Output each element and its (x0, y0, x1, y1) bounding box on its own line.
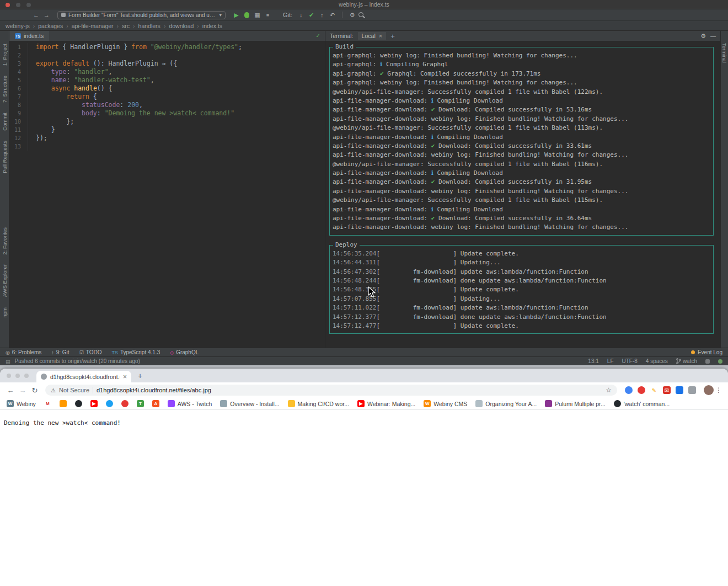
close-window-button[interactable] (6, 3, 10, 7)
tool-window-button[interactable]: ↑ 9: Git (51, 349, 69, 355)
bookmark-favicon: M (44, 400, 51, 407)
tool-window-button[interactable]: 1: Project (2, 44, 8, 66)
breadcrumb-item[interactable]: src (114, 23, 130, 29)
stop-button[interactable]: ■ (263, 10, 273, 20)
tool-window-button[interactable]: ◎ 6: Problems (6, 349, 41, 355)
bookmark-item[interactable]: AWS - Twitch (168, 400, 212, 407)
terminal-pane: Terminal: Local × + ⚙ — Build api-graphq… (325, 31, 720, 348)
run-configuration-select[interactable]: Form Builder "Form" Test.should publish,… (57, 11, 226, 19)
browser-window: d1hgd8csopkt4i.cloudfront.ne × + ← → ↻ ⚠… (0, 369, 728, 586)
bookmark-item[interactable]: T (137, 400, 144, 407)
browser-reload-icon[interactable]: ↻ (29, 386, 41, 395)
browser-forward-icon[interactable]: → (17, 386, 29, 395)
extension-icon[interactable]: ✎ (650, 386, 658, 394)
browser-back-icon[interactable]: ← (4, 386, 17, 395)
bookmark-item[interactable]: Overview - Install... (220, 400, 279, 407)
navigate-back-icon[interactable]: ← (31, 10, 41, 20)
tool-window-button[interactable]: npm (2, 307, 8, 317)
bookmark-item[interactable] (75, 400, 82, 407)
extension-icon[interactable]: ✉ (663, 386, 671, 394)
bookmark-item[interactable]: Making CI/CD wor... (288, 400, 349, 407)
breadcrumb-item[interactable]: webiny-js (6, 23, 30, 29)
bookmark-item[interactable] (121, 400, 129, 407)
terminal-output[interactable]: Build api-graphql: webiny log: Finished … (325, 41, 720, 348)
profile-avatar[interactable] (704, 385, 714, 395)
new-terminal-session-button[interactable]: + (390, 32, 395, 40)
code-editor[interactable]: 1 import { HandlerPlugin } from "@webiny… (9, 41, 325, 348)
line-separator-widget[interactable]: LF (607, 358, 614, 364)
bookmark-item[interactable]: Pulumi Multiple pr... (545, 400, 606, 407)
close-tab-icon[interactable]: × (123, 373, 127, 381)
hide-terminal-icon[interactable]: — (710, 33, 716, 39)
breadcrumb-item[interactable]: download (160, 23, 194, 29)
breadcrumb-item[interactable]: handlers (130, 23, 160, 29)
read-only-lock-icon[interactable] (705, 359, 710, 364)
tool-window-button[interactable]: TS TypeScript 4.1.3 (111, 349, 160, 355)
navigate-forward-icon[interactable]: → (41, 10, 52, 20)
code-line: 9 body: "Demoing the new >watch< command… (9, 109, 325, 118)
breadcrumb-item[interactable]: packages (30, 23, 63, 29)
zoom-window-button[interactable] (26, 3, 31, 7)
run-with-coverage-button[interactable]: ▦ (252, 10, 263, 20)
new-tab-button[interactable]: + (138, 372, 142, 380)
extension-icon[interactable] (676, 386, 683, 394)
tool-window-button[interactable]: 7: Structure (2, 76, 8, 103)
file-encoding-widget[interactable]: UTF-8 (622, 358, 638, 364)
tool-window-group-right: Terminal (721, 39, 727, 67)
bookmark-item[interactable]: ▶ Webinar: Making... (357, 400, 415, 407)
bookmark-item[interactable]: 'watch' comman... (614, 400, 670, 407)
git-commit-button[interactable]: ✔ (306, 10, 317, 20)
tool-window-button[interactable]: ☑ TODO (79, 349, 102, 355)
breadcrumb-item[interactable]: index.ts (194, 23, 222, 29)
tab-terminal-local[interactable]: Local × (358, 32, 387, 40)
tool-window-button[interactable]: ◇ GraphQL (170, 349, 199, 355)
bookmark-item[interactable] (106, 400, 113, 407)
bookmark-item[interactable] (60, 400, 67, 407)
breadcrumb-item[interactable]: api-file-manager (63, 23, 113, 29)
bookmark-item[interactable]: W Webiny (7, 400, 36, 407)
git-rollback-button[interactable]: ↶ (327, 10, 338, 20)
extension-icon[interactable] (688, 386, 696, 394)
not-secure-warning-icon[interactable]: ⚠ (51, 387, 56, 393)
typescript-file-icon: TS (15, 33, 21, 39)
tool-window-button[interactable]: Terminal (721, 43, 727, 63)
notifications-icon[interactable] (718, 359, 722, 364)
minimize-window-button[interactable] (15, 374, 20, 378)
tool-window-button[interactable]: Commit (2, 113, 8, 131)
terminal-settings-icon[interactable]: ⚙ (700, 33, 706, 40)
event-log-button[interactable]: Event Log (698, 349, 722, 355)
tool-window-button[interactable]: Pull Requests (2, 141, 8, 173)
indent-style-widget[interactable]: 4 spaces (646, 358, 668, 364)
debug-button[interactable] (244, 12, 249, 18)
git-push-button[interactable]: ↑ (317, 10, 327, 20)
close-icon[interactable]: × (379, 33, 382, 39)
bookmark-star-icon[interactable]: ☆ (606, 386, 612, 394)
bookmark-item[interactable]: A (152, 400, 159, 407)
bookmark-item[interactable]: Organizing Your A... (475, 400, 537, 407)
code-line: 12 }); (9, 134, 325, 142)
address-bar[interactable]: ⚠ Not Secure d1hgd8csopkt4i.cloudfront.n… (45, 385, 617, 396)
minimize-window-button[interactable] (16, 3, 20, 7)
extension-icon[interactable] (625, 386, 633, 394)
tool-window-button[interactable]: AWS Explorer (2, 264, 8, 297)
extension-icon[interactable] (638, 386, 645, 394)
tab-index-ts[interactable]: TS index.ts (9, 31, 49, 41)
url-text[interactable]: d1hgd8csopkt4i.cloudfront.net/files/abc.… (97, 387, 602, 393)
search-icon[interactable] (357, 11, 366, 19)
settings-icon[interactable]: ⚙ (347, 10, 357, 20)
browser-menu-icon[interactable]: ⋮ (714, 386, 724, 394)
bookmark-item[interactable]: M (44, 400, 51, 407)
run-button[interactable]: ▶ (231, 10, 242, 20)
zoom-window-button[interactable] (24, 374, 29, 378)
git-branch-widget[interactable]: watch (676, 358, 697, 364)
deploy-log-lines: 14:56:35.204[ ] Update complete.14:56:44… (333, 249, 711, 331)
browser-tab[interactable]: d1hgd8csopkt4i.cloudfront.ne × (36, 371, 131, 382)
inspection-ok-icon[interactable]: ✓ (316, 33, 320, 39)
caret-position-widget[interactable]: 13:1 (588, 358, 598, 364)
bookmark-item[interactable]: ▶ (90, 400, 98, 407)
git-update-button[interactable]: ↓ (296, 10, 306, 20)
tool-window-button[interactable]: 2: Favorites (2, 227, 8, 255)
bookmark-item[interactable]: W Webiny CMS (424, 400, 467, 407)
tool-window-switcher-icon[interactable]: ▤ (6, 359, 10, 364)
close-window-button[interactable] (7, 374, 11, 378)
